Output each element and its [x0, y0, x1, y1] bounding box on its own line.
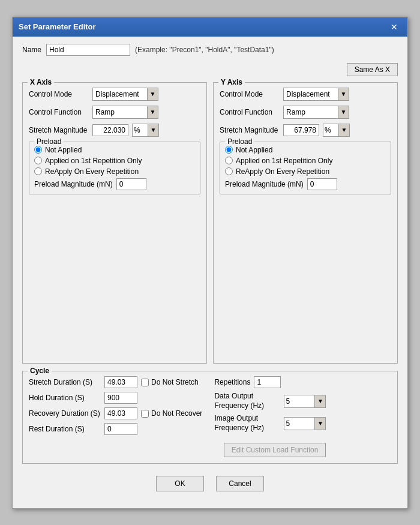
x-control-function-arrow: ▼ — [147, 106, 158, 118]
y-control-mode-dropdown[interactable]: Displacement Force Stress ▼ — [283, 88, 349, 101]
image-output-freq-row: Image Output Frequency (Hz) 1 2 5 10 20 … — [214, 414, 326, 433]
y-stretch-label: Stretch Magnitude — [220, 126, 280, 134]
name-example: (Example: "Precon1", "HoldA", "TestData1… — [135, 46, 398, 54]
x-preload-mag-label: Preload Magnitude (mN) — [34, 180, 113, 188]
y-control-mode-arrow: ▼ — [338, 88, 349, 100]
data-output-freq-select[interactable]: 1 2 5 10 20 — [284, 395, 314, 407]
dialog-title: Set Parameter Editor — [19, 22, 96, 31]
x-control-function-label: Control Function — [29, 108, 89, 116]
ok-button[interactable]: OK — [156, 476, 204, 491]
y-preload-group: Preload Not Applied Applied on 1st Repet… — [220, 142, 391, 194]
same-as-x-button[interactable]: Same As X — [347, 63, 398, 76]
y-unit-arrow: ▼ — [338, 124, 349, 136]
data-output-freq-arrow: ▼ — [314, 395, 325, 407]
cycle-right: Repetitions Data Output Frequency (Hz) 1… — [214, 376, 326, 457]
x-unit-select[interactable]: % mm N — [133, 124, 148, 136]
x-preload-label-0: Not Applied — [45, 146, 82, 154]
set-parameter-dialog: Set Parameter Editor ✕ Name (Example: "P… — [12, 17, 408, 509]
edit-custom-row: Edit Custom Load Function — [214, 439, 326, 457]
x-unit-arrow: ▼ — [148, 124, 158, 136]
data-output-freq-label: Data Output Frequency (Hz) — [214, 392, 280, 410]
y-preload-radio-0[interactable] — [225, 146, 233, 154]
image-output-freq-arrow: ▼ — [314, 418, 325, 430]
dialog-body: Name (Example: "Precon1", "HoldA", "Test… — [13, 37, 407, 508]
x-preload-1st-rep: Applied on 1st Repetition Only — [34, 157, 195, 165]
name-input[interactable] — [46, 44, 130, 56]
y-unit-select[interactable]: % mm N — [323, 124, 338, 136]
y-control-function-arrow: ▼ — [338, 106, 349, 118]
x-control-mode-dropdown[interactable]: Displacement Force Stress ▼ — [92, 88, 158, 101]
x-stretch-input[interactable] — [92, 124, 128, 136]
data-output-freq-row: Data Output Frequency (Hz) 1 2 5 10 20 ▼ — [214, 392, 326, 410]
name-label: Name — [22, 46, 41, 54]
data-output-freq-dropdown[interactable]: 1 2 5 10 20 ▼ — [284, 395, 326, 408]
image-output-freq-dropdown[interactable]: 1 2 5 10 20 ▼ — [284, 417, 326, 430]
y-control-mode-select[interactable]: Displacement Force Stress — [284, 88, 338, 100]
x-preload-legend: Preload — [34, 137, 64, 146]
same-as-x-row: Same As X — [22, 63, 398, 76]
x-control-mode-row: Control Mode Displacement Force Stress ▼ — [29, 88, 200, 101]
recovery-duration-label: Recovery Duration (S) — [29, 409, 101, 418]
x-stretch-row: Stretch Magnitude % mm N ▼ — [29, 124, 200, 137]
edit-custom-load-button[interactable]: Edit Custom Load Function — [224, 443, 326, 457]
hold-duration-label: Hold Duration (S) — [29, 394, 101, 402]
recovery-duration-row: Recovery Duration (S) Do Not Recover — [29, 407, 202, 419]
y-control-function-select[interactable]: Ramp Sinusoidal Custom — [284, 106, 338, 118]
image-output-freq-select[interactable]: 1 2 5 10 20 — [284, 418, 314, 430]
title-bar: Set Parameter Editor ✕ — [13, 17, 407, 37]
do-not-recover-label: Do Not Recover — [141, 409, 202, 418]
stretch-duration-label: Stretch Duration (S) — [29, 378, 101, 386]
x-preload-every-rep: ReApply On Every Repetition — [34, 167, 195, 176]
x-control-mode-select[interactable]: Displacement Force Stress — [93, 88, 147, 100]
y-axis-legend: Y Axis — [218, 78, 245, 86]
y-control-function-dropdown[interactable]: Ramp Sinusoidal Custom ▼ — [283, 106, 349, 119]
y-control-function-row: Control Function Ramp Sinusoidal Custom … — [220, 106, 391, 119]
y-preload-radio-2[interactable] — [225, 167, 233, 175]
x-control-function-dropdown[interactable]: Ramp Sinusoidal Custom ▼ — [92, 106, 158, 119]
y-unit-dropdown[interactable]: % mm N ▼ — [323, 124, 350, 137]
repetitions-row: Repetitions — [214, 376, 326, 388]
cancel-button[interactable]: Cancel — [216, 476, 264, 491]
y-preload-label-2: ReApply On Every Repetition — [236, 167, 329, 176]
do-not-recover-checkbox[interactable] — [141, 410, 149, 418]
x-control-mode-label: Control Mode — [29, 90, 89, 98]
rest-duration-input[interactable] — [104, 423, 137, 435]
hold-duration-row: Hold Duration (S) — [29, 392, 202, 404]
rest-duration-label: Rest Duration (S) — [29, 425, 101, 433]
y-preload-label-0: Not Applied — [236, 146, 272, 154]
cycle-legend: Cycle — [28, 367, 52, 375]
y-preload-mag-label: Preload Magnitude (mN) — [225, 180, 304, 188]
x-preload-mag-input[interactable] — [116, 178, 146, 190]
repetitions-label: Repetitions — [214, 378, 250, 386]
x-preload-mag-row: Preload Magnitude (mN) — [34, 178, 195, 190]
x-preload-not-applied: Not Applied — [34, 146, 195, 154]
y-preload-mag-row: Preload Magnitude (mN) — [225, 178, 386, 190]
y-preload-radio-1[interactable] — [225, 157, 233, 164]
cycle-content: Stretch Duration (S) Do Not Stretch Hold… — [29, 376, 391, 457]
stretch-duration-input[interactable] — [104, 376, 137, 388]
repetitions-input[interactable] — [254, 376, 281, 388]
x-stretch-label: Stretch Magnitude — [29, 126, 89, 134]
name-row: Name (Example: "Precon1", "HoldA", "Test… — [22, 44, 398, 56]
x-preload-radio-1[interactable] — [34, 157, 42, 164]
x-preload-group: Preload Not Applied Applied on 1st Repet… — [29, 142, 200, 194]
recovery-duration-input[interactable] — [104, 407, 137, 419]
image-output-freq-label: Image Output Frequency (Hz) — [214, 414, 280, 433]
x-preload-radio-0[interactable] — [34, 146, 42, 154]
x-control-function-select[interactable]: Ramp Sinusoidal Custom — [93, 106, 147, 118]
y-control-function-label: Control Function — [220, 108, 280, 116]
x-unit-dropdown[interactable]: % mm N ▼ — [132, 124, 159, 137]
y-stretch-input[interactable] — [283, 124, 319, 136]
hold-duration-input[interactable] — [104, 392, 137, 404]
do-not-stretch-text: Do Not Stretch — [151, 378, 199, 386]
y-preload-mag-input[interactable] — [307, 178, 337, 190]
cycle-group: Cycle Stretch Duration (S) Do Not Stretc… — [22, 371, 398, 463]
close-button[interactable]: ✕ — [387, 21, 401, 33]
x-control-mode-arrow: ▼ — [147, 88, 158, 100]
y-stretch-row: Stretch Magnitude % mm N ▼ — [220, 124, 391, 137]
y-preload-1st-rep: Applied on 1st Repetition Only — [225, 157, 386, 165]
x-preload-radio-2[interactable] — [34, 167, 42, 175]
y-preload-not-applied: Not Applied — [225, 146, 386, 154]
do-not-stretch-checkbox[interactable] — [141, 379, 149, 386]
dialog-buttons: OK Cancel — [22, 469, 398, 501]
